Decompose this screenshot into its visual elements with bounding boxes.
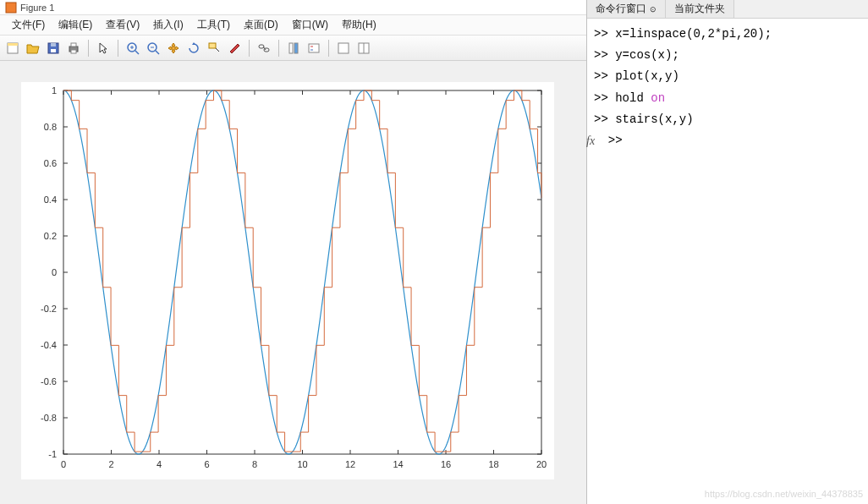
layout1-button[interactable] <box>334 39 353 58</box>
figure-window: Figure 1 文件(F) 编辑(E) 查看(V) 插入(I) 工具(T) 桌… <box>0 0 587 504</box>
svg-text:14: 14 <box>393 459 403 469</box>
dropdown-icon[interactable]: ⊙ <box>650 5 656 14</box>
menu-help[interactable]: 帮助(H) <box>335 16 383 34</box>
menu-view[interactable]: 查看(V) <box>99 16 146 34</box>
svg-rect-22 <box>294 43 298 53</box>
app-icon <box>5 2 17 14</box>
svg-line-17 <box>216 48 219 52</box>
watermark: https://blog.csdn.net/weixin_44378835 <box>705 489 863 499</box>
tab-command-window[interactable]: 命令行窗口 ⊙ <box>587 0 666 18</box>
svg-text:0.6: 0.6 <box>44 158 57 168</box>
svg-rect-23 <box>309 44 319 52</box>
svg-rect-29 <box>63 90 541 454</box>
side-panel: 命令行窗口 ⊙ 当前文件夹 >> x=linspace(0,2*pi,20);>… <box>587 0 868 504</box>
save-button[interactable] <box>44 39 63 58</box>
command-line: >> plot(x,y) <box>594 66 861 87</box>
layout2-button[interactable] <box>354 39 373 58</box>
svg-text:0: 0 <box>52 267 57 277</box>
rotate-button[interactable] <box>184 39 203 58</box>
tab-folder-label: 当前文件夹 <box>674 2 725 16</box>
svg-rect-26 <box>338 43 349 53</box>
svg-text:1: 1 <box>52 85 57 96</box>
svg-text:0.8: 0.8 <box>44 122 57 132</box>
svg-text:-0.6: -0.6 <box>41 376 57 386</box>
svg-rect-21 <box>289 43 293 53</box>
zoom-out-button[interactable] <box>144 39 162 58</box>
svg-text:-0.8: -0.8 <box>41 413 57 423</box>
chart: 02468101214161820-1-0.8-0.6-0.4-0.200.20… <box>21 82 554 479</box>
svg-rect-0 <box>6 3 16 13</box>
svg-text:18: 18 <box>488 459 498 469</box>
svg-line-14 <box>156 51 159 54</box>
svg-text:-0.4: -0.4 <box>41 340 57 350</box>
svg-text:-0.2: -0.2 <box>41 304 57 314</box>
svg-text:4: 4 <box>157 459 162 469</box>
menu-insert[interactable]: 插入(I) <box>146 16 190 34</box>
legend-button[interactable] <box>305 39 323 58</box>
side-tabs: 命令行窗口 ⊙ 当前文件夹 <box>587 0 868 19</box>
svg-text:6: 6 <box>204 459 209 469</box>
menu-file[interactable]: 文件(F) <box>5 16 52 34</box>
tab-current-folder[interactable]: 当前文件夹 <box>666 0 734 18</box>
svg-rect-8 <box>71 50 76 53</box>
link-button[interactable] <box>255 39 273 58</box>
menu-desktop[interactable]: 桌面(D) <box>237 16 285 34</box>
svg-text:12: 12 <box>345 459 355 469</box>
command-prompt[interactable]: fx >> <box>594 130 861 151</box>
svg-text:0: 0 <box>61 459 66 469</box>
toolbar-separator <box>118 40 118 57</box>
colorbar-button[interactable] <box>284 39 303 58</box>
svg-rect-7 <box>71 43 76 47</box>
svg-text:0.4: 0.4 <box>44 194 57 205</box>
svg-rect-4 <box>51 49 56 52</box>
data-cursor-button[interactable] <box>205 39 223 58</box>
svg-text:0.2: 0.2 <box>44 231 57 241</box>
svg-text:10: 10 <box>297 459 307 469</box>
zoom-in-button[interactable] <box>124 39 142 58</box>
menu-window[interactable]: 窗口(W) <box>285 16 335 34</box>
svg-rect-16 <box>209 43 216 48</box>
command-line: >> y=cos(x); <box>594 45 861 66</box>
svg-rect-2 <box>8 43 18 46</box>
title-bar: Figure 1 <box>0 0 586 15</box>
new-figure-button[interactable] <box>3 39 22 58</box>
window-title: Figure 1 <box>20 3 54 13</box>
toolbar-separator <box>88 40 89 57</box>
tab-command-label: 命令行窗口 <box>596 2 646 16</box>
command-line: >> stairs(x,y) <box>594 109 861 130</box>
menu-edit[interactable]: 编辑(E) <box>52 16 99 34</box>
pan-button[interactable] <box>164 39 183 58</box>
command-line: >> hold on <box>594 88 861 109</box>
toolbar-separator <box>328 40 329 57</box>
svg-text:20: 20 <box>536 459 547 469</box>
svg-text:-1: -1 <box>48 449 57 459</box>
menu-bar: 文件(F) 编辑(E) 查看(V) 插入(I) 工具(T) 桌面(D) 窗口(W… <box>0 15 586 36</box>
svg-rect-5 <box>51 43 56 47</box>
toolbar-separator <box>278 40 279 57</box>
plot-area: 02468101214161820-1-0.8-0.6-0.4-0.200.20… <box>0 61 586 504</box>
command-line: >> x=linspace(0,2*pi,20); <box>594 24 861 45</box>
svg-text:2: 2 <box>108 459 113 469</box>
svg-line-10 <box>135 51 139 54</box>
print-button[interactable] <box>64 39 83 58</box>
command-window[interactable]: >> x=linspace(0,2*pi,20);>> y=cos(x);>> … <box>587 19 868 504</box>
menu-tools[interactable]: 工具(T) <box>190 16 237 34</box>
pointer-button[interactable] <box>94 39 113 58</box>
toolbar <box>0 36 586 61</box>
toolbar-separator <box>249 40 250 57</box>
svg-text:16: 16 <box>441 459 451 469</box>
brush-button[interactable] <box>225 39 244 58</box>
open-button[interactable] <box>24 39 42 58</box>
svg-text:8: 8 <box>252 459 257 469</box>
